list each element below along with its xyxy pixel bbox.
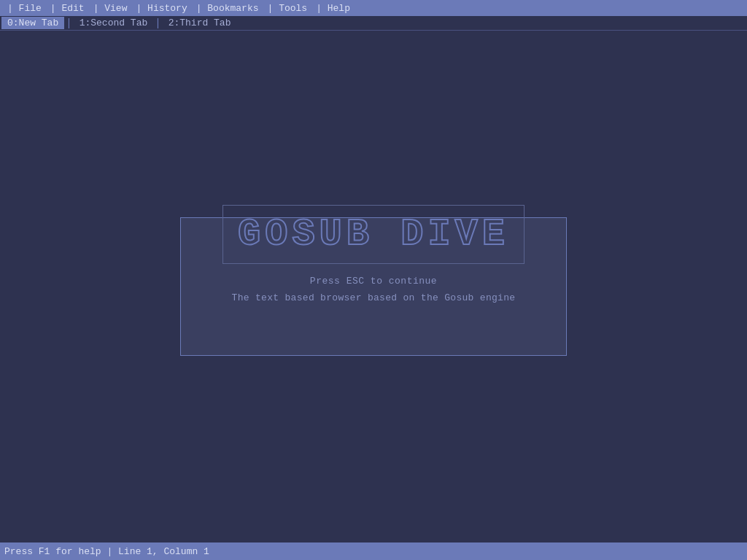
tab-separator-2: | bbox=[153, 18, 162, 29]
menu-bar: File Edit View History Bookmarks Tools H… bbox=[0, 0, 747, 16]
tab-second[interactable]: 1:Second Tab bbox=[74, 17, 154, 29]
tab-separator-1: | bbox=[64, 18, 73, 29]
splash-box: G O S U B bbox=[180, 217, 567, 356]
menu-items: File Edit View History Bookmarks Tools H… bbox=[3, 3, 355, 14]
menu-tools[interactable]: Tools bbox=[263, 3, 312, 14]
status-bar: Press F1 for help | Line 1, Column 1 bbox=[0, 542, 747, 560]
menu-file[interactable]: File bbox=[3, 3, 46, 14]
menu-edit[interactable]: Edit bbox=[46, 3, 89, 14]
splash-subtitle: Press ESC to continue bbox=[310, 276, 437, 287]
menu-view[interactable]: View bbox=[89, 3, 132, 14]
logo-text-container: GOSUB DIVE bbox=[196, 205, 551, 264]
status-text: Press F1 for help | Line 1, Column 1 bbox=[4, 546, 209, 557]
menu-bookmarks[interactable]: Bookmarks bbox=[192, 3, 263, 14]
tab-third[interactable]: 2:Third Tab bbox=[163, 17, 237, 29]
menu-history[interactable]: History bbox=[131, 3, 191, 14]
logo-title: GOSUB DIVE bbox=[222, 205, 525, 264]
tab-bar: 0:New Tab | 1:Second Tab | 2:Third Tab bbox=[0, 16, 747, 31]
main-content: G O S U B bbox=[0, 31, 747, 542]
menu-help[interactable]: Help bbox=[311, 3, 355, 14]
tab-new[interactable]: 0:New Tab bbox=[1, 17, 64, 29]
splash-tagline: The text based browser based on the Gosu… bbox=[232, 292, 516, 303]
